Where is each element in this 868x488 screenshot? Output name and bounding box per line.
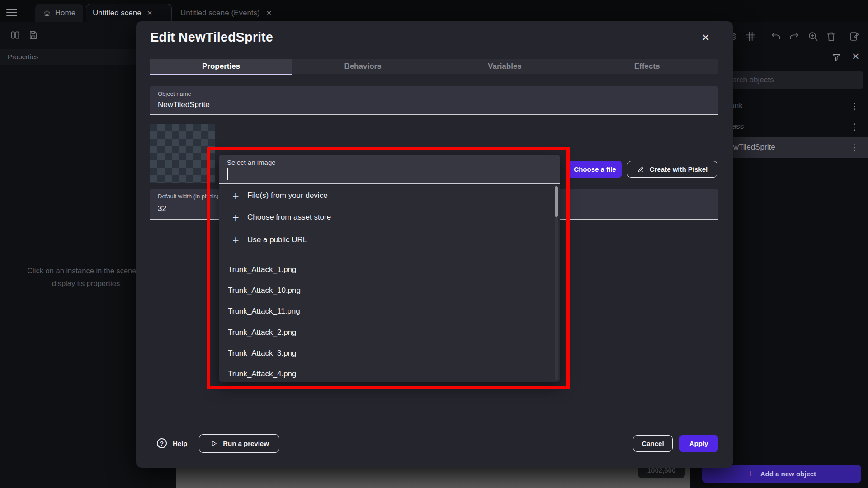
plus-icon: +	[232, 211, 247, 224]
file-option[interactable]: Trunk_Attack_1.png	[228, 261, 544, 278]
text-caret	[227, 168, 228, 180]
field-value: NewTiledSprite	[158, 100, 210, 109]
file-name: Trunk_Attack_11.png	[228, 307, 300, 316]
save-icon[interactable]	[28, 30, 38, 40]
tab-home-label: Home	[55, 9, 75, 18]
dialog-tab-effects[interactable]: Effects	[576, 59, 718, 74]
file-option[interactable]: Trunk_Attack_2.png	[228, 324, 544, 341]
object-name-field[interactable]: Object name NewTiledSprite	[150, 86, 718, 115]
option-use-public-url[interactable]: + Use a public URL	[219, 230, 553, 250]
tab-label: Effects	[634, 62, 660, 71]
edit-scene-icon[interactable]	[849, 31, 860, 42]
plus-icon: +	[232, 189, 247, 202]
plus-icon: +	[747, 468, 753, 480]
option-choose-from-asset-store[interactable]: + Choose from asset store	[219, 207, 553, 228]
gdevelop-app: Home Untitled scene ✕ Untitled scene (Ev…	[0, 0, 868, 488]
file-name: Trunk_Attack_3.png	[228, 349, 297, 358]
option-label: File(s) from your device	[247, 191, 328, 200]
toolbar-divider	[765, 30, 765, 43]
dialog-tab-properties[interactable]: Properties	[150, 59, 292, 74]
run-a-preview-button[interactable]: Run a preview	[199, 434, 279, 453]
file-option[interactable]: Trunk_Attack_3.png	[228, 345, 544, 362]
grid-icon[interactable]	[745, 31, 756, 42]
question-glyph: ?	[160, 440, 164, 447]
field-label: Default width (in pixels)	[158, 193, 218, 200]
button-label: Run a preview	[223, 440, 269, 447]
file-name: Trunk_Attack_2.png	[228, 328, 297, 337]
pencil-icon	[637, 165, 645, 173]
dialog-title: Edit NewTiledSprite	[150, 30, 273, 45]
close-panel-icon[interactable]: ✕	[852, 51, 860, 62]
toolbar-divider	[844, 30, 844, 43]
tab-label: Untitled scene	[93, 9, 142, 18]
dropdown-scrollbar-thumb[interactable]	[555, 186, 558, 217]
tab-label: Behaviors	[344, 62, 381, 71]
kebab-menu-icon[interactable]: ⋮	[850, 101, 859, 111]
file-name: Trunk_Attack_4.png	[228, 370, 297, 379]
dropdown-divider	[224, 255, 555, 255]
tab-label: Variables	[488, 62, 522, 71]
home-icon	[43, 9, 51, 17]
file-option[interactable]: Trunk_Attack_10.png	[228, 282, 544, 299]
play-icon	[209, 439, 218, 448]
tab-untitled-scene[interactable]: Untitled scene ✕	[86, 4, 172, 22]
active-tab-underline	[150, 74, 292, 75]
button-label: Apply	[689, 440, 708, 447]
sprite-thumbnail-placeholder	[150, 124, 215, 183]
tab-label: Properties	[202, 62, 240, 71]
add-button-label: Add a new object	[760, 470, 816, 478]
button-label: Choose a file	[574, 165, 616, 173]
button-label: Cancel	[642, 440, 664, 447]
file-name: Trunk_Attack_1.png	[228, 265, 297, 274]
file-option[interactable]: Trunk_Attack_4.png	[228, 366, 544, 383]
trash-icon[interactable]	[826, 31, 837, 42]
help-button[interactable]: Help	[173, 440, 188, 447]
tab-untitled-scene-events[interactable]: Untitled scene (Events) ✕	[174, 4, 299, 22]
tab-label: Untitled scene (Events)	[180, 9, 260, 18]
button-label: Create with Piskel	[650, 165, 708, 173]
cancel-button[interactable]: Cancel	[633, 435, 673, 452]
option-label: Choose from asset store	[247, 213, 331, 222]
redo-icon[interactable]	[788, 31, 800, 42]
close-icon[interactable]: ✕	[266, 9, 272, 17]
kebab-menu-icon[interactable]: ⋮	[850, 122, 859, 132]
file-option[interactable]: Trunk_Attack_11.png	[228, 303, 544, 320]
file-name: Trunk_Attack_10.png	[228, 286, 301, 295]
option-files-from-device[interactable]: + File(s) from your device	[219, 185, 553, 206]
plus-icon: +	[232, 234, 247, 247]
apply-button[interactable]: Apply	[679, 435, 718, 452]
menu-icon[interactable]	[6, 7, 17, 19]
undo-icon[interactable]	[770, 31, 782, 42]
choose-a-file-button[interactable]: Choose a file	[568, 161, 622, 178]
panels-layout-icon[interactable]	[10, 30, 20, 40]
option-label: Use a public URL	[247, 235, 307, 244]
help-icon[interactable]: ?	[157, 438, 167, 448]
dialog-tab-variables[interactable]: Variables	[434, 59, 576, 74]
zoom-in-icon[interactable]	[807, 31, 819, 42]
search-objects-input[interactable]	[716, 71, 863, 89]
filter-icon[interactable]	[831, 52, 841, 62]
field-label: Object name	[158, 90, 191, 97]
close-icon[interactable]: ✕	[147, 9, 153, 17]
kebab-menu-icon[interactable]: ⋮	[850, 142, 859, 153]
tab-home[interactable]: Home	[35, 4, 83, 22]
dialog-tab-behaviors[interactable]: Behaviors	[292, 59, 434, 74]
dialog-close-icon[interactable]: ✕	[701, 32, 710, 44]
create-with-piskel-button[interactable]: Create with Piskel	[627, 161, 717, 178]
select-image-label: Select an image	[227, 159, 276, 166]
field-value: 32	[158, 204, 166, 213]
